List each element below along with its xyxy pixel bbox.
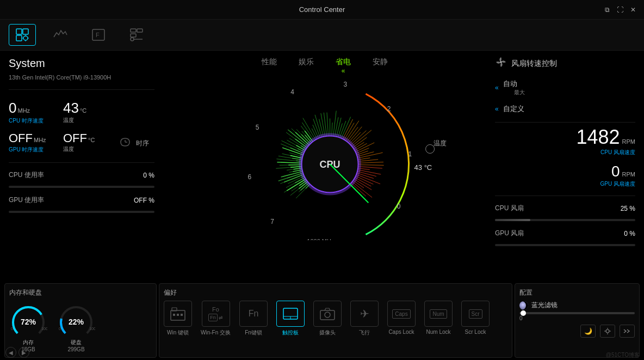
gpu-freq-block: OFF MHz GPU 时序速度 [9, 131, 52, 154]
pref-touchpad[interactable]: 触控板 [276, 301, 305, 337]
gpu-temp-unit: °C [88, 137, 95, 143]
config-moon-btn[interactable]: 🌙 [580, 325, 596, 338]
svg-point-27 [325, 312, 330, 318]
fan-auto-sublabel: 最大 [514, 89, 525, 96]
pref-touchpad-label: 触控板 [282, 329, 299, 337]
disk-size: 299GB [67, 346, 84, 352]
config-box: 配置 蓝光滤镜 0 🌙 [515, 283, 640, 358]
disk-label: 硬盘 [71, 339, 82, 346]
pref-fn-lock[interactable]: Fn Fn键锁 [239, 301, 268, 337]
blue-light-slider[interactable] [519, 312, 635, 314]
timer-section: 时序 [117, 133, 149, 154]
gpu-freq-unit: MHz [34, 137, 46, 143]
cpu-fan-label: CPU 风扇 [495, 204, 524, 213]
moon-icon [519, 301, 528, 310]
pref-win-fn-swap[interactable]: Fo Fn ⇌ Win-Fn 交换 [201, 301, 231, 337]
gpu-temp-value: OFF [63, 131, 87, 145]
slider-thumb [521, 310, 526, 316]
tab-activity[interactable] [47, 24, 74, 46]
svg-rect-11 [137, 29, 143, 32]
svg-rect-0 [16, 29, 22, 34]
fan-option-auto[interactable]: « 自动 最大 [495, 77, 635, 98]
custom-arrow: « [495, 105, 499, 113]
pref-caps-label: Caps Lock [388, 329, 414, 335]
restore-button[interactable]: ⧉ [603, 5, 611, 14]
cpu-usage-row: CPU 使用率 0 % [9, 170, 154, 180]
left-panel: System 13th Gen Intel(R) Core(TM) i9-139… [0, 51, 163, 302]
gpu-usage-row: GPU 使用率 OFF % [9, 196, 154, 205]
fan-control-label: 风扇转速控制 [511, 59, 557, 69]
gpu-freq-value: OFF [9, 131, 33, 145]
gpu-fan-label: GPU 风扇 [495, 229, 524, 238]
timer-icon [117, 136, 133, 151]
cpu-usage-label: CPU 使用率 [9, 170, 44, 180]
gpu-fan-percent-row: GPU 风扇 0 % [495, 229, 635, 238]
svg-point-17 [500, 61, 502, 63]
pref-camera-label: 摄像头 [319, 329, 336, 337]
right-panel: 风扇转速控制 « 自动 最大 « 自定义 1482 RPM CPU 风扇速度 0 [486, 51, 644, 302]
pref-camera[interactable]: 摄像头 [313, 301, 342, 337]
close-button[interactable]: ✕ [629, 5, 637, 14]
config-bottom-icons: 🌙 [519, 325, 635, 338]
svg-text:F: F [96, 32, 100, 38]
gpu-rpm-unit: RPM [622, 171, 635, 178]
cpu-rpm-label: CPU 风扇速度 [495, 149, 635, 156]
gpu-usage-label: GPU 使用率 [9, 196, 44, 205]
watermark: @51CTO博客 [606, 351, 640, 359]
gpu-rpm-value: 0 [611, 163, 620, 180]
timer-label: 时序 [136, 139, 149, 148]
preference-title: 偏好 [164, 288, 507, 297]
cpu-model: 13th Gen Intel(R) Core(TM) i9-13900H [9, 74, 154, 81]
scroll-right-btn[interactable]: ▶ [18, 347, 29, 358]
gpu-rpm-label: GPU 风扇速度 [495, 180, 635, 188]
pref-scr-lock[interactable]: Scr Scr Lock [461, 301, 490, 335]
pref-win-lock[interactable]: Win 键锁 [164, 301, 192, 337]
cpu-usage-bar [9, 186, 154, 188]
window-title: Control Center [299, 5, 345, 14]
tab-system[interactable] [9, 24, 36, 46]
gpu-usage-value: OFF % [134, 197, 154, 204]
cpu-rpm-unit: RPM [622, 138, 635, 145]
cpu-temp-unit: °C [80, 107, 86, 114]
pref-num-lock[interactable]: Num Num Lock [424, 301, 453, 335]
config-forward-btn[interactable] [620, 325, 635, 338]
svg-rect-12 [131, 34, 136, 37]
pref-flight[interactable]: ✈ 飞行 [350, 301, 379, 337]
cpu-temp-label: 温度 [63, 117, 107, 124]
fan-auto-label: 自动 [503, 79, 525, 89]
slider-value: 0 [519, 315, 635, 321]
cpu-usage-value: 0 % [143, 172, 154, 179]
preference-box: 偏好 Win 键锁 Fo [159, 283, 512, 358]
pref-scr-label: Scr Lock [465, 329, 486, 335]
pref-num-label: Num Lock [426, 329, 450, 335]
fan-icon [495, 56, 507, 71]
blue-light-row: 蓝光滤镜 [519, 301, 635, 310]
icon-tab-bar: F [0, 20, 644, 51]
tab-hardware[interactable] [123, 24, 150, 46]
svg-rect-21 [181, 314, 183, 316]
gpu-temp-block: OFF °C 温度 [63, 131, 107, 154]
gpu-fan-value: 0 % [624, 230, 635, 237]
cpu-freq-unit: MHz [17, 107, 30, 114]
svg-point-3 [23, 36, 28, 40]
system-title: System [9, 57, 154, 70]
center-panel: 性能 娱乐 省电 安静 [163, 51, 486, 302]
preference-icons: Win 键锁 Fo Fn ⇌ Win-Fn 交换 Fn Fn键锁 [164, 301, 507, 337]
fullscreen-button[interactable]: ⛶ [616, 5, 624, 14]
bottom-section: 内存和硬盘 内存 16GB 硬盘 299GB 偏好 [0, 281, 644, 360]
memory-box-title: 内存和硬盘 [9, 288, 152, 297]
svg-rect-10 [131, 29, 136, 32]
scroll-left-btn[interactable]: ◀ [5, 347, 16, 358]
cpu-freq-label: CPU 时序速度 [9, 117, 52, 125]
tab-fn[interactable]: F [85, 24, 112, 46]
pref-win-lock-label: Win 键锁 [167, 329, 189, 337]
gpu-usage-bar [9, 211, 154, 213]
cpu-fan-percent-row: CPU 风扇 25 % [495, 204, 635, 213]
svg-rect-1 [23, 29, 28, 34]
pref-caps-lock[interactable]: Caps Caps Lock [387, 301, 416, 335]
pref-fn-lock-label: Fn键锁 [245, 329, 262, 337]
fan-option-custom[interactable]: « 自定义 [495, 102, 635, 115]
cpu-rpm-value: 1482 [576, 126, 620, 149]
config-title: 配置 [519, 288, 635, 297]
config-brightness-btn[interactable] [600, 325, 615, 338]
